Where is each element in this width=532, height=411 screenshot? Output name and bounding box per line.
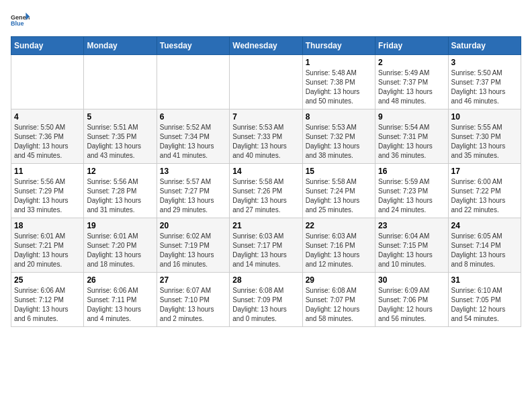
calendar-table: SundayMondayTuesdayWednesdayThursdayFrid…	[11, 36, 521, 327]
calendar-cell: 29Sunrise: 6:08 AMSunset: 7:07 PMDayligh…	[302, 273, 375, 327]
day-info: Sunrise: 5:53 AMSunset: 7:32 PMDaylight:…	[306, 123, 372, 161]
day-info: Sunrise: 5:50 AMSunset: 7:37 PMDaylight:…	[451, 68, 518, 106]
calendar-cell: 28Sunrise: 6:08 AMSunset: 7:09 PMDayligh…	[230, 273, 302, 327]
day-number: 29	[306, 275, 372, 285]
weekday-header-tuesday: Tuesday	[157, 37, 229, 55]
day-info: Sunrise: 5:52 AMSunset: 7:34 PMDaylight:…	[160, 123, 226, 161]
day-number: 6	[160, 112, 226, 122]
calendar-week-row: 25Sunrise: 6:06 AMSunset: 7:12 PMDayligh…	[11, 273, 521, 327]
day-number: 16	[378, 167, 445, 176]
day-number: 19	[87, 221, 153, 230]
calendar-cell	[230, 55, 302, 109]
day-number: 24	[451, 221, 518, 230]
calendar-cell: 31Sunrise: 6:10 AMSunset: 7:05 PMDayligh…	[448, 273, 521, 327]
calendar-cell: 6Sunrise: 5:52 AMSunset: 7:34 PMDaylight…	[157, 109, 229, 164]
calendar-cell: 30Sunrise: 6:09 AMSunset: 7:06 PMDayligh…	[375, 273, 448, 327]
calendar-cell: 18Sunrise: 6:01 AMSunset: 7:21 PMDayligh…	[11, 218, 84, 273]
calendar-cell: 21Sunrise: 6:03 AMSunset: 7:17 PMDayligh…	[230, 218, 302, 273]
day-info: Sunrise: 5:55 AMSunset: 7:30 PMDaylight:…	[451, 123, 518, 161]
day-number: 13	[160, 167, 226, 176]
calendar-cell: 23Sunrise: 6:04 AMSunset: 7:15 PMDayligh…	[375, 218, 448, 273]
calendar-cell: 27Sunrise: 6:07 AMSunset: 7:10 PMDayligh…	[157, 273, 229, 327]
calendar-cell: 19Sunrise: 6:01 AMSunset: 7:20 PMDayligh…	[84, 218, 157, 273]
day-number: 21	[232, 221, 299, 230]
calendar-cell: 9Sunrise: 5:54 AMSunset: 7:31 PMDaylight…	[375, 109, 448, 164]
day-info: Sunrise: 5:48 AMSunset: 7:38 PMDaylight:…	[306, 68, 372, 106]
day-number: 18	[14, 221, 81, 230]
day-info: Sunrise: 6:05 AMSunset: 7:14 PMDaylight:…	[451, 232, 518, 269]
calendar-cell: 4Sunrise: 5:50 AMSunset: 7:36 PMDaylight…	[11, 109, 84, 164]
day-number: 4	[14, 112, 81, 122]
day-info: Sunrise: 6:09 AMSunset: 7:06 PMDaylight:…	[378, 286, 445, 324]
day-number: 11	[14, 167, 81, 176]
day-info: Sunrise: 5:57 AMSunset: 7:27 PMDaylight:…	[160, 177, 226, 215]
day-info: Sunrise: 5:56 AMSunset: 7:28 PMDaylight:…	[87, 177, 153, 215]
weekday-header-friday: Friday	[375, 37, 448, 55]
calendar-cell	[11, 55, 84, 109]
weekday-header-monday: Monday	[84, 37, 157, 55]
day-info: Sunrise: 6:01 AMSunset: 7:21 PMDaylight:…	[14, 232, 81, 269]
day-number: 5	[87, 112, 153, 122]
calendar-cell: 25Sunrise: 6:06 AMSunset: 7:12 PMDayligh…	[11, 273, 84, 327]
calendar-week-row: 1Sunrise: 5:48 AMSunset: 7:38 PMDaylight…	[11, 55, 521, 109]
calendar-cell	[157, 55, 229, 109]
day-number: 8	[306, 112, 372, 122]
day-number: 2	[378, 58, 445, 67]
day-info: Sunrise: 5:49 AMSunset: 7:37 PMDaylight:…	[378, 68, 445, 106]
weekday-header-wednesday: Wednesday	[230, 37, 302, 55]
day-info: Sunrise: 5:53 AMSunset: 7:33 PMDaylight:…	[232, 123, 299, 161]
day-number: 3	[451, 58, 518, 67]
calendar-cell: 22Sunrise: 6:03 AMSunset: 7:16 PMDayligh…	[302, 218, 375, 273]
day-number: 10	[451, 112, 518, 122]
day-number: 30	[378, 275, 445, 285]
calendar-week-row: 4Sunrise: 5:50 AMSunset: 7:36 PMDaylight…	[11, 109, 521, 164]
day-number: 14	[232, 167, 299, 176]
day-info: Sunrise: 5:56 AMSunset: 7:29 PMDaylight:…	[14, 177, 81, 215]
calendar-cell: 5Sunrise: 5:51 AMSunset: 7:35 PMDaylight…	[84, 109, 157, 164]
day-number: 22	[306, 221, 372, 230]
day-info: Sunrise: 5:50 AMSunset: 7:36 PMDaylight:…	[14, 123, 81, 161]
page-header: General Blue	[11, 11, 521, 30]
calendar-cell: 10Sunrise: 5:55 AMSunset: 7:30 PMDayligh…	[448, 109, 521, 164]
day-info: Sunrise: 5:54 AMSunset: 7:31 PMDaylight:…	[378, 123, 445, 161]
svg-text:Blue: Blue	[11, 20, 24, 27]
weekday-header-saturday: Saturday	[448, 37, 521, 55]
calendar-cell: 14Sunrise: 5:58 AMSunset: 7:26 PMDayligh…	[230, 164, 302, 218]
weekday-header-thursday: Thursday	[302, 37, 375, 55]
day-number: 7	[232, 112, 299, 122]
day-number: 15	[306, 167, 372, 176]
calendar-cell: 8Sunrise: 5:53 AMSunset: 7:32 PMDaylight…	[302, 109, 375, 164]
day-number: 31	[451, 275, 518, 285]
day-info: Sunrise: 6:00 AMSunset: 7:22 PMDaylight:…	[451, 177, 518, 215]
day-info: Sunrise: 6:10 AMSunset: 7:05 PMDaylight:…	[451, 286, 518, 324]
weekday-header-sunday: Sunday	[11, 37, 84, 55]
day-number: 28	[232, 275, 299, 285]
day-number: 17	[451, 167, 518, 176]
logo: General Blue	[11, 11, 30, 30]
day-info: Sunrise: 5:51 AMSunset: 7:35 PMDaylight:…	[87, 123, 153, 161]
day-number: 12	[87, 167, 153, 176]
calendar-cell: 7Sunrise: 5:53 AMSunset: 7:33 PMDaylight…	[230, 109, 302, 164]
calendar-cell	[84, 55, 157, 109]
day-info: Sunrise: 6:02 AMSunset: 7:19 PMDaylight:…	[160, 232, 226, 269]
day-info: Sunrise: 6:03 AMSunset: 7:16 PMDaylight:…	[306, 232, 372, 269]
calendar-cell: 12Sunrise: 5:56 AMSunset: 7:28 PMDayligh…	[84, 164, 157, 218]
day-info: Sunrise: 5:58 AMSunset: 7:24 PMDaylight:…	[306, 177, 372, 215]
weekday-header-row: SundayMondayTuesdayWednesdayThursdayFrid…	[11, 37, 521, 55]
day-info: Sunrise: 5:59 AMSunset: 7:23 PMDaylight:…	[378, 177, 445, 215]
calendar-cell: 3Sunrise: 5:50 AMSunset: 7:37 PMDaylight…	[448, 55, 521, 109]
calendar-cell: 15Sunrise: 5:58 AMSunset: 7:24 PMDayligh…	[302, 164, 375, 218]
calendar-cell: 13Sunrise: 5:57 AMSunset: 7:27 PMDayligh…	[157, 164, 229, 218]
day-info: Sunrise: 6:06 AMSunset: 7:11 PMDaylight:…	[87, 286, 153, 324]
calendar-cell: 2Sunrise: 5:49 AMSunset: 7:37 PMDaylight…	[375, 55, 448, 109]
day-number: 1	[306, 58, 372, 67]
calendar-week-row: 11Sunrise: 5:56 AMSunset: 7:29 PMDayligh…	[11, 164, 521, 218]
day-number: 26	[87, 275, 153, 285]
day-info: Sunrise: 6:01 AMSunset: 7:20 PMDaylight:…	[87, 232, 153, 269]
calendar-cell: 16Sunrise: 5:59 AMSunset: 7:23 PMDayligh…	[375, 164, 448, 218]
calendar-cell: 1Sunrise: 5:48 AMSunset: 7:38 PMDaylight…	[302, 55, 375, 109]
day-number: 27	[160, 275, 226, 285]
day-info: Sunrise: 6:07 AMSunset: 7:10 PMDaylight:…	[160, 286, 226, 324]
day-info: Sunrise: 6:08 AMSunset: 7:09 PMDaylight:…	[232, 286, 299, 324]
calendar-cell: 17Sunrise: 6:00 AMSunset: 7:22 PMDayligh…	[448, 164, 521, 218]
